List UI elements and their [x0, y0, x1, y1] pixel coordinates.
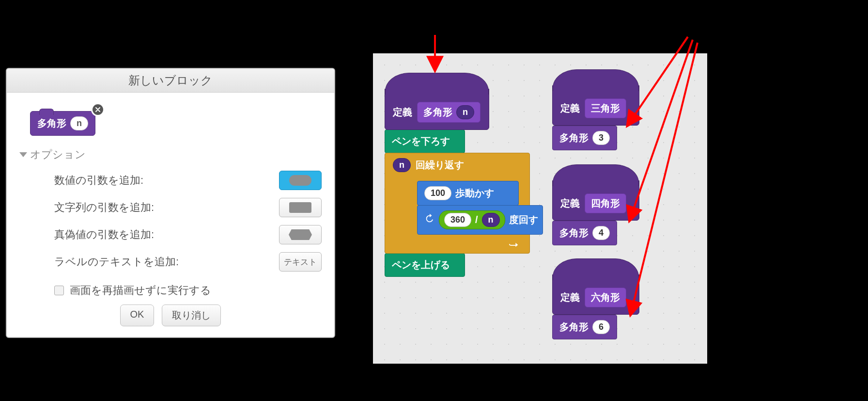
- define-hat-square[interactable]: 定義 四角形: [552, 180, 639, 221]
- run-without-refresh-row: 画面を再描画せずに実行する: [54, 283, 322, 298]
- block-prototype-area: 多角形 n: [30, 111, 95, 136]
- arg-6[interactable]: 6: [592, 320, 610, 334]
- move-steps-value[interactable]: 100: [424, 186, 451, 200]
- define-hat-triangle[interactable]: 定義 三角形: [552, 85, 639, 126]
- turn-numerator[interactable]: 360: [444, 213, 471, 227]
- new-block-dialog: 新しいブロック 多角形 n オプション 数値の引数を追加: 文字列の引数を追加:: [6, 68, 335, 338]
- option-add-label: ラベルのテキストを追加: テキスト: [19, 248, 322, 275]
- stack-square[interactable]: 定義 四角形 多角形 4: [552, 180, 639, 245]
- close-icon[interactable]: [93, 104, 103, 115]
- option-add-string: 文字列の引数を追加:: [19, 194, 322, 221]
- rect-shape-icon: [289, 202, 311, 213]
- call-polygon-4[interactable]: 多角形 4: [552, 221, 617, 245]
- oval-shape-icon: [289, 175, 311, 186]
- pen-down-block[interactable]: ペンを下ろす: [385, 129, 465, 153]
- add-number-arg-button[interactable]: [279, 171, 322, 190]
- stack-hexagon[interactable]: 定義 六角形 多角形 6: [552, 274, 639, 339]
- dialog-title: 新しいブロック: [7, 69, 334, 93]
- hex-shape-icon: [289, 229, 312, 240]
- param-n-icon: n: [456, 105, 474, 119]
- chevron-down-icon: [19, 152, 27, 157]
- loop-arrow-icon: [509, 241, 519, 248]
- options-header[interactable]: オプション: [19, 147, 322, 162]
- repeat-count-param[interactable]: n: [393, 158, 411, 172]
- option-add-bool: 真偽値の引数を追加:: [19, 221, 322, 248]
- operator-divide[interactable]: 360 / n: [439, 210, 505, 229]
- pen-up-block[interactable]: ペンを上げる: [385, 253, 465, 277]
- ok-button[interactable]: OK: [120, 305, 155, 326]
- option-add-number: 数値の引数を追加:: [19, 167, 322, 194]
- call-polygon-3[interactable]: 多角形 3: [552, 126, 617, 150]
- define-word: 定義: [393, 106, 412, 119]
- block-param-pill[interactable]: n: [70, 116, 88, 130]
- define-hat-polygon[interactable]: 定義 多角形 n: [385, 89, 489, 130]
- move-steps-block[interactable]: 100 歩動かす: [417, 181, 519, 206]
- turn-cw-icon: [424, 213, 435, 226]
- run-without-refresh-checkbox[interactable]: [54, 286, 64, 295]
- script-area[interactable]: 定義 多角形 n ペンを下ろす n 回繰り返す 100 歩動かす: [373, 53, 707, 364]
- arg-3[interactable]: 3: [592, 131, 610, 145]
- dialog-body: 多角形 n オプション 数値の引数を追加: 文字列の引数を追加: 真偽値の引数を…: [7, 93, 334, 337]
- add-bool-arg-button[interactable]: [279, 225, 322, 244]
- call-polygon-6[interactable]: 多角形 6: [552, 315, 617, 339]
- dialog-buttons: OK 取り消し: [19, 305, 322, 326]
- add-string-arg-button[interactable]: [279, 198, 322, 217]
- define-hat-hexagon[interactable]: 定義 六角形: [552, 274, 639, 315]
- block-name-label: 多角形: [37, 117, 66, 130]
- custom-block-prototype[interactable]: 多角形 n: [30, 111, 95, 136]
- turn-denominator-param[interactable]: n: [482, 213, 500, 227]
- define-proto: 多角形 n: [417, 102, 480, 123]
- stack-polygon-definition[interactable]: 定義 多角形 n ペンを下ろす n 回繰り返す 100 歩動かす: [385, 89, 530, 277]
- add-label-text-button[interactable]: テキスト: [279, 252, 322, 272]
- turn-block[interactable]: 360 / n 度回す: [417, 205, 543, 235]
- stack-triangle[interactable]: 定義 三角形 多角形 3: [552, 85, 639, 150]
- cancel-button[interactable]: 取り消し: [162, 305, 221, 326]
- repeat-block[interactable]: n 回繰り返す 100 歩動かす 360 / n 度回す: [385, 153, 530, 254]
- arg-4[interactable]: 4: [592, 226, 610, 240]
